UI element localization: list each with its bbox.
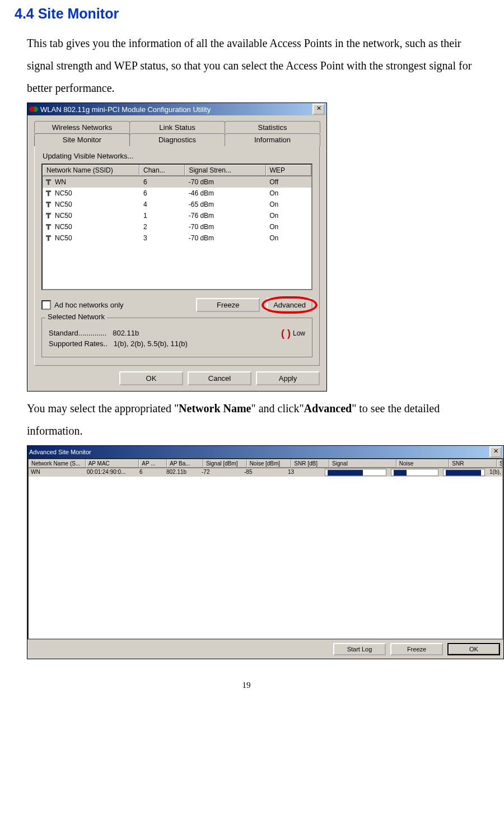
adhoc-checkbox[interactable] [41, 300, 51, 310]
table-row[interactable]: WN6-70 dBmOff [43, 176, 311, 188]
snr-bar [441, 468, 487, 477]
col-header[interactable]: SNR [dB] [291, 459, 329, 468]
ap-icon [46, 224, 52, 230]
col-header-wep[interactable]: WEP [266, 165, 311, 176]
tab-information[interactable]: Information [225, 133, 320, 146]
start-log-button[interactable]: Start Log [333, 643, 386, 655]
table-row[interactable]: NC503-70 dBmOn [43, 232, 311, 244]
signal-low-indicator: ( )Low [281, 327, 305, 338]
col-header[interactable]: AP Ba... [167, 459, 203, 468]
instruction-paragraph: You may select the appropriated "Network… [27, 397, 478, 442]
signal-icon: ( ) [281, 328, 291, 339]
table-row[interactable]: NC506-46 dBmOn [43, 188, 311, 199]
close-button[interactable]: ✕ [312, 104, 325, 115]
advanced-listview[interactable]: Network Name (S... AP MAC AP ... AP Ba..… [27, 458, 503, 640]
selected-network-group: Selected Network ( )Low Standard........… [41, 318, 312, 357]
window-title: WLAN 802.11g mini-PCI Module Configurati… [40, 105, 211, 114]
col-header[interactable]: AP ... [139, 459, 167, 468]
col-header[interactable]: Noise [dBm] [247, 459, 292, 468]
rates-value: 1(b), 2(b), 5.5(b), 11(b) [114, 339, 188, 348]
groupbox-title: Selected Network [45, 313, 107, 321]
adhoc-label: Ad hoc networks only [54, 301, 124, 309]
page-number: 19 [15, 681, 478, 690]
apply-button[interactable]: Apply [256, 371, 320, 385]
advanced-button[interactable]: Advanced [267, 298, 312, 312]
ap-icon [46, 190, 52, 196]
close-button[interactable]: ✕ [489, 446, 502, 458]
signal-bar [323, 468, 389, 477]
tab-site-monitor[interactable]: Site Monitor [34, 133, 130, 146]
ap-icon [46, 179, 52, 185]
tab-diagnostics[interactable]: Diagnostics [129, 133, 225, 146]
app-icon [29, 105, 38, 114]
col-header[interactable]: Signal [dBm] [203, 459, 247, 468]
network-listview[interactable]: Network Name (SSID) Chan... Signal Stren… [41, 164, 312, 290]
col-header-channel[interactable]: Chan... [139, 165, 185, 176]
titlebar: WLAN 802.11g mini-PCI Module Configurati… [27, 103, 326, 115]
cancel-button[interactable]: Cancel [188, 371, 251, 385]
titlebar: Advanced Site Monitor ✕ [27, 446, 503, 458]
rates-label: Supported Rates.. [49, 339, 108, 348]
updating-label: Updating Visible Networks... [43, 152, 312, 160]
freeze-button[interactable]: Freeze [390, 643, 443, 655]
col-header[interactable]: Signal [329, 459, 396, 468]
col-header-ssid[interactable]: Network Name (SSID) [43, 165, 139, 176]
standard-value: 802.11b [113, 329, 139, 337]
col-header[interactable]: Supported Data Rates [497, 459, 502, 468]
col-header[interactable]: Network Name (S... [29, 459, 86, 468]
col-header[interactable]: AP MAC [86, 459, 139, 468]
ok-button[interactable]: OK [119, 371, 183, 385]
table-row[interactable]: NC504-65 dBmOn [43, 199, 311, 210]
tab-statistics[interactable]: Statistics [225, 121, 320, 133]
noise-bar [389, 468, 441, 477]
freeze-button[interactable]: Freeze [196, 298, 260, 312]
table-row[interactable]: NC501-76 dBmOn [43, 210, 311, 221]
config-utility-dialog: WLAN 802.11g mini-PCI Module Configurati… [27, 102, 327, 392]
col-header[interactable]: SNR [449, 459, 497, 468]
ap-icon [46, 202, 52, 207]
advanced-site-monitor-dialog: Advanced Site Monitor ✕ Network Name (S.… [27, 445, 504, 659]
ap-icon [46, 235, 52, 241]
intro-paragraph: This tab gives you the information of al… [27, 32, 478, 99]
standard-label: Standard.............. [49, 329, 106, 337]
col-header[interactable]: Noise [396, 459, 450, 468]
tab-link-status[interactable]: Link Status [129, 121, 225, 133]
section-heading: 4.4 Site Monitor [15, 6, 478, 22]
col-header-signal[interactable]: Signal Stren... [185, 165, 265, 176]
window-title: Advanced Site Monitor [29, 449, 91, 455]
ok-button[interactable]: OK [447, 643, 500, 655]
table-row[interactable]: NC502-70 dBmOn [43, 221, 311, 232]
tab-wireless-networks[interactable]: Wireless Networks [34, 121, 130, 133]
ap-icon [46, 213, 52, 218]
table-row[interactable]: WN 00:01:24:90:0... 6 802.11b -72 -85 13… [29, 468, 502, 477]
